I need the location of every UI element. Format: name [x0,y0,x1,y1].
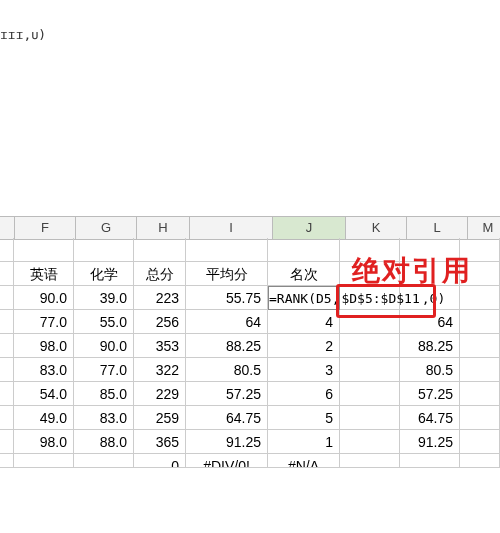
cell-rank[interactable]: 2 [268,334,340,358]
cell-total[interactable]: 223 [134,286,186,310]
cell-error-div0[interactable]: #DIV/0! [186,454,268,468]
cell[interactable] [0,358,14,382]
cell[interactable] [14,454,74,468]
cell-chemistry[interactable]: 90.0 [74,334,134,358]
cell[interactable] [0,262,14,286]
cell-total[interactable]: 259 [134,406,186,430]
cell-chemistry[interactable]: 77.0 [74,358,134,382]
cell[interactable] [340,334,400,358]
col-header-H[interactable]: H [137,217,190,239]
cell[interactable] [0,430,14,454]
header-english[interactable]: 英语 [14,262,74,286]
cell[interactable] [340,382,400,406]
cell-average[interactable]: 64 [186,310,268,334]
col-header-G[interactable]: G [76,217,137,239]
cell-chemistry[interactable]: 85.0 [74,382,134,406]
cell[interactable] [0,238,14,262]
cell[interactable] [340,406,400,430]
formula-ref-box: $D$5:$D$11 [339,290,421,307]
cell-average[interactable]: 55.75 [186,286,268,310]
header-average[interactable]: 平均分 [186,262,268,286]
cell[interactable] [0,454,14,468]
header-rank[interactable]: 名次 [268,262,340,286]
cell-chemistry[interactable]: 39.0 [74,286,134,310]
cell[interactable] [340,454,400,468]
col-header-L[interactable]: L [407,217,468,239]
cell-rank[interactable]: 1 [268,430,340,454]
col-header-partial[interactable] [0,217,15,239]
col-header-K[interactable]: K [346,217,407,239]
cell-english[interactable]: 54.0 [14,382,74,406]
formula-editing-cell[interactable]: =RANK(D5,$D$5:$D$11,0) [268,286,340,310]
cell[interactable] [0,382,14,406]
cell-average[interactable]: 91.25 [186,430,268,454]
cell[interactable]: 80.5 [400,358,460,382]
cell[interactable]: 91.25 [400,430,460,454]
cell[interactable]: 64.75 [400,406,460,430]
col-header-F[interactable]: F [15,217,76,239]
cell-english[interactable]: 77.0 [14,310,74,334]
col-header-M[interactable]: M [468,217,500,239]
cell-error-na[interactable]: #N/A [268,454,340,468]
cell[interactable]: 64 [400,310,460,334]
cell-english[interactable]: 98.0 [14,334,74,358]
column-header-row: F G H I J K L M [0,216,500,240]
formula-suffix: 0) [430,291,446,306]
cell[interactable] [0,406,14,430]
cell-total[interactable]: 256 [134,310,186,334]
cell-average[interactable]: 64.75 [186,406,268,430]
cell-total[interactable]: 365 [134,430,186,454]
header-chemistry[interactable]: 化学 [74,262,134,286]
cell-average[interactable]: 80.5 [186,358,268,382]
cell[interactable] [340,430,400,454]
header-total[interactable]: 总分 [134,262,186,286]
cell[interactable] [268,238,340,262]
cell[interactable] [340,310,400,334]
cell[interactable] [14,238,74,262]
cell-rank[interactable]: 4 [268,310,340,334]
cell[interactable] [460,382,500,406]
cell[interactable] [186,238,268,262]
cell[interactable] [460,430,500,454]
cell-english[interactable]: 83.0 [14,358,74,382]
cell[interactable] [74,454,134,468]
cell-average[interactable]: 57.25 [186,382,268,406]
cell-total[interactable]: 322 [134,358,186,382]
cell-average[interactable]: 88.25 [186,334,268,358]
cell[interactable]: 88.25 [400,334,460,358]
cell[interactable] [460,406,500,430]
cell[interactable] [460,310,500,334]
cell-chemistry[interactable]: 83.0 [74,406,134,430]
cell-total[interactable]: 229 [134,382,186,406]
cell-english[interactable]: 98.0 [14,430,74,454]
cell-total[interactable]: 353 [134,334,186,358]
cell[interactable] [0,286,14,310]
cell[interactable] [400,454,460,468]
cell[interactable] [74,238,134,262]
cell[interactable] [460,454,500,468]
cell-english[interactable]: 90.0 [14,286,74,310]
cell[interactable] [0,310,14,334]
cell[interactable] [134,238,186,262]
cell[interactable] [0,334,14,358]
formula-prefix: =RANK(D5 [269,291,332,306]
cell[interactable] [460,334,500,358]
cell-rank[interactable]: 5 [268,406,340,430]
cell-chemistry[interactable]: 88.0 [74,430,134,454]
formula-bar-fragment: ɪɪɪ,ᴜ) [0,27,46,42]
cell-total[interactable]: 0 [134,454,186,468]
annotation-absolute-reference: 绝对引用 [352,252,472,290]
cell-rank[interactable]: 6 [268,382,340,406]
cell-rank[interactable]: 3 [268,358,340,382]
cell-english[interactable]: 49.0 [14,406,74,430]
cell-chemistry[interactable]: 55.0 [74,310,134,334]
col-header-I[interactable]: I [190,217,273,239]
cell[interactable] [340,358,400,382]
col-header-J[interactable]: J [273,217,346,239]
cell[interactable]: 57.25 [400,382,460,406]
cell[interactable] [460,358,500,382]
